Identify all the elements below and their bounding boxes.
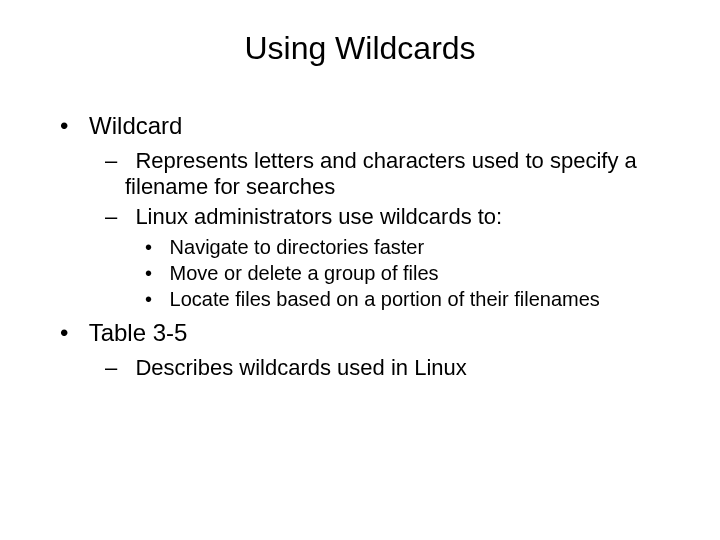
bullet-admins-use: Linux administrators use wildcards to: N… xyxy=(105,204,680,311)
bullet-table-text: Table 3-5 xyxy=(89,319,188,346)
bullet-list-level3: Navigate to directories faster Move or d… xyxy=(165,236,680,311)
bullet-table: Table 3-5 Describes wildcards used in Li… xyxy=(60,319,680,381)
bullet-navigate-text: Navigate to directories faster xyxy=(170,236,425,258)
bullet-navigate: Navigate to directories faster xyxy=(165,236,680,259)
bullet-describes-text: Describes wildcards used in Linux xyxy=(135,355,466,380)
bullet-wildcard: Wildcard Represents letters and characte… xyxy=(60,112,680,311)
bullet-represents: Represents letters and characters used t… xyxy=(105,148,680,200)
bullet-list-level1: Wildcard Represents letters and characte… xyxy=(60,112,680,381)
bullet-describes: Describes wildcards used in Linux xyxy=(105,355,680,381)
bullet-locate: Locate files based on a portion of their… xyxy=(165,288,680,311)
bullet-list-level2-b: Describes wildcards used in Linux xyxy=(105,355,680,381)
bullet-locate-text: Locate files based on a portion of their… xyxy=(170,288,600,310)
bullet-move-delete: Move or delete a group of files xyxy=(165,262,680,285)
bullet-move-delete-text: Move or delete a group of files xyxy=(170,262,439,284)
slide-title: Using Wildcards xyxy=(40,30,680,67)
bullet-wildcard-text: Wildcard xyxy=(89,112,182,139)
bullet-list-level2: Represents letters and characters used t… xyxy=(105,148,680,311)
bullet-represents-text: Represents letters and characters used t… xyxy=(125,148,637,199)
bullet-admins-use-text: Linux administrators use wildcards to: xyxy=(135,204,502,229)
